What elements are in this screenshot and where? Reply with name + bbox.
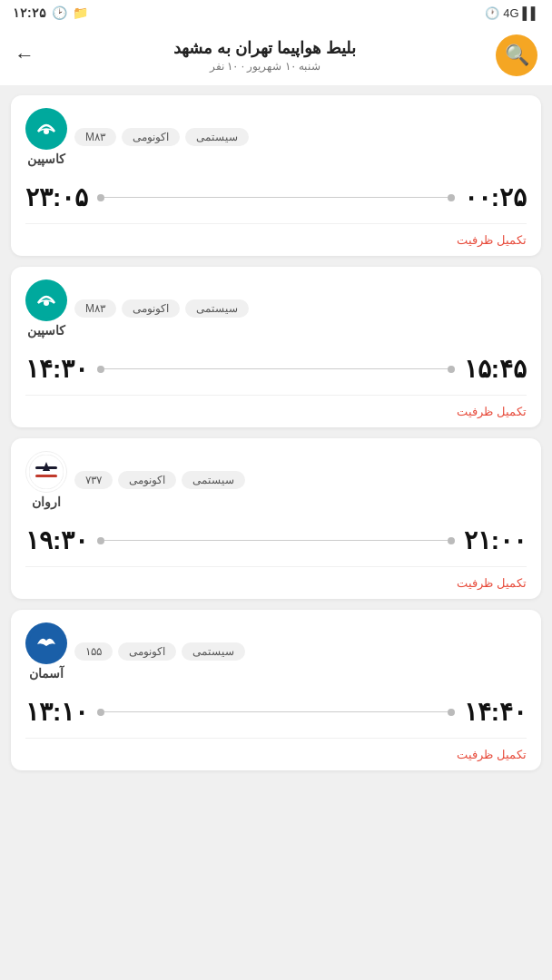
page-subtitle: شنبه ۱۰ شهریور · ۱۰ نفر	[34, 60, 496, 73]
flight-line-2	[88, 366, 463, 373]
flight-card-4: سیستمی اکونومی ۱۵۵ آسمان ۱۴:۴۰	[11, 610, 541, 770]
dot-start-3	[448, 537, 455, 544]
capacity-status-2[interactable]: تکمیل ظرفیت	[25, 395, 527, 427]
dot-start-2	[448, 366, 455, 373]
search-button[interactable]: 🔍	[496, 34, 537, 76]
page-title: بلیط هواپیما تهران به مشهد	[34, 38, 496, 58]
card-top-4: سیستمی اکونومی ۱۵۵ آسمان	[25, 622, 527, 681]
tag-plane-2: M۸۳	[74, 299, 116, 318]
flight-card-2: سیستمی اکونومی M۸۳ کاسپین ۱۵:۴۵	[11, 267, 541, 427]
flight-line-4	[88, 709, 463, 716]
times-row-2: ۱۵:۴۵ ۱۴:۳۰	[25, 347, 527, 395]
svg-point-1	[44, 129, 49, 134]
file-icon: 📁	[73, 5, 88, 20]
status-icons-left: ▌▌ 4G 🕐	[485, 6, 539, 20]
tag-plane-3: ۷۳۷	[74, 471, 113, 489]
card-top-1: سیستمی اکونومی M۸۳ کاسپین	[25, 108, 527, 166]
tags-4: سیستمی اکونومی ۱۵۵	[74, 642, 527, 661]
line-1	[104, 197, 447, 199]
line-2	[104, 368, 447, 370]
svg-point-3	[44, 300, 49, 306]
flight-card-1: سیستمی اکونومی M۸۳ کاسپین ۰۰:۲۵	[11, 95, 541, 256]
arrival-time-4: ۱۴:۴۰	[464, 697, 527, 727]
clock-icon: 🕑	[52, 5, 67, 20]
tag-class-3: اکونومی	[118, 471, 176, 489]
time-display: ۱۲:۲۵	[13, 5, 46, 20]
card-top-2: سیستمی اکونومی M۸۳ کاسپین	[25, 279, 527, 338]
dot-end-3	[97, 537, 104, 544]
flight-card-3: سیستمی اکونومی ۷۳۷ اروان ۲۱:۰۰	[11, 438, 541, 599]
status-bar: ▌▌ 4G 🕐 📁 🕑 ۱۲:۲۵	[0, 0, 552, 25]
flight-list: سیستمی اکونومی M۸۳ کاسپین ۰۰:۲۵	[0, 86, 552, 779]
dot-end-1	[97, 194, 104, 201]
times-row-3: ۲۱:۰۰ ۱۹:۳۰	[25, 518, 527, 566]
header: 🔍 بلیط هواپیما تهران به مشهد شنبه ۱۰ شهر…	[0, 25, 552, 86]
tag-plane-1: M۸۳	[74, 128, 116, 146]
airline-logo-2	[25, 279, 67, 321]
tag-type-3: سیستمی	[182, 471, 245, 489]
arrival-time-2: ۱۵:۴۵	[464, 354, 527, 384]
arrival-time-1: ۰۰:۲۵	[464, 182, 527, 212]
airline-name-4: آسمان	[29, 666, 64, 681]
tag-type-4: سیستمی	[182, 642, 245, 661]
status-icons-right: 📁 🕑 ۱۲:۲۵	[13, 5, 88, 20]
tag-plane-4: ۱۵۵	[74, 642, 113, 661]
times-row-4: ۱۴:۴۰ ۱۳:۱۰	[25, 690, 527, 738]
alarm-icon: 🕐	[485, 6, 499, 20]
capacity-status-3[interactable]: تکمیل ظرفیت	[25, 566, 527, 599]
signal-bar-icon: ▌▌	[523, 6, 539, 20]
airline-logo-4	[25, 622, 67, 664]
dot-end-2	[97, 366, 104, 373]
arrival-time-3: ۲۱:۰۰	[464, 525, 527, 555]
departure-time-1: ۲۳:۰۵	[25, 182, 88, 212]
tags-1: سیستمی اکونومی M۸۳	[74, 128, 527, 146]
airline-name-3: اروان	[32, 495, 61, 509]
airline-name-2: کاسپین	[27, 323, 65, 338]
tag-class-4: اکونومی	[118, 642, 176, 661]
departure-time-3: ۱۹:۳۰	[25, 525, 88, 555]
airline-logo-1	[25, 108, 67, 150]
svg-rect-5	[35, 475, 57, 477]
departure-time-4: ۱۳:۱۰	[25, 697, 88, 727]
svg-point-4	[29, 455, 64, 489]
times-row-1: ۰۰:۲۵ ۲۳:۰۵	[25, 175, 527, 223]
header-title-area: بلیط هواپیما تهران به مشهد شنبه ۱۰ شهریو…	[34, 38, 496, 73]
dot-end-4	[97, 709, 104, 716]
card-top-3: سیستمی اکونومی ۷۳۷ اروان	[25, 451, 527, 509]
departure-time-2: ۱۴:۳۰	[25, 354, 88, 384]
airline-logo-3	[25, 451, 67, 493]
capacity-status-1[interactable]: تکمیل ظرفیت	[25, 223, 527, 256]
tag-type-2: سیستمی	[185, 299, 249, 318]
back-arrow-icon[interactable]: ←	[15, 44, 34, 67]
tags-2: سیستمی اکونومی M۸۳	[74, 299, 527, 318]
flight-line-3	[88, 537, 463, 544]
tag-class-2: اکونومی	[122, 299, 180, 318]
tag-class-1: اکونومی	[122, 128, 180, 146]
dot-start-1	[448, 194, 455, 201]
flight-line-1	[88, 194, 463, 201]
line-4	[104, 711, 447, 713]
tags-3: سیستمی اکونومی ۷۳۷	[74, 471, 527, 489]
capacity-status-4[interactable]: تکمیل ظرفیت	[25, 738, 527, 770]
line-3	[104, 540, 447, 542]
airline-name-1: کاسپین	[27, 152, 65, 166]
header-left: 🔍	[496, 34, 537, 76]
tag-type-1: سیستمی	[185, 128, 249, 146]
search-icon: 🔍	[505, 44, 529, 67]
network-icon: 4G	[503, 6, 518, 20]
dot-start-4	[448, 709, 455, 716]
